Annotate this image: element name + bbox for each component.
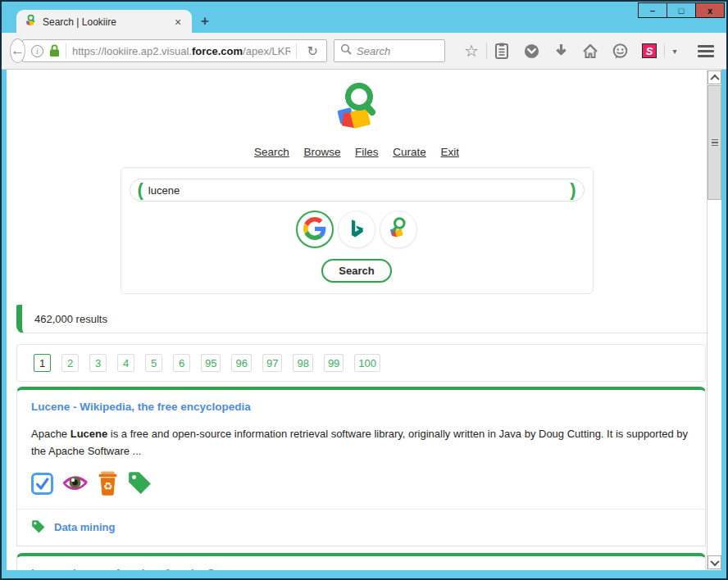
lookiire-logo-icon [328,79,385,138]
close-button[interactable]: x [695,2,725,18]
nav-link-curate[interactable]: Curate [393,146,426,158]
page-button-6[interactable]: 6 [173,354,190,372]
page-content: Search Browse Files Curate Exit ( ) [7,70,707,570]
paren-close-decoration: ) [570,181,576,199]
nav-link-search[interactable]: Search [254,146,289,158]
nav-link-browse[interactable]: Browse [303,146,340,158]
url-separator [66,43,66,58]
page-button-98[interactable]: 98 [293,354,312,372]
vertical-scrollbar[interactable] [707,70,721,570]
engine-lookiire-button[interactable] [380,211,417,248]
pocket-icon[interactable] [516,43,546,59]
chevron-down-icon[interactable]: ▾ [665,47,685,56]
bookmarks-menu-icon[interactable] [487,43,516,59]
downloads-icon[interactable] [546,43,576,59]
page-button-3[interactable]: 3 [89,354,107,372]
url-separator [296,43,297,58]
site-navigation: Search Browse Files Curate Exit [7,146,707,158]
search-panel: ( ) [121,167,594,294]
nav-link-files[interactable]: Files [355,146,379,158]
google-icon [303,217,326,242]
select-checkbox[interactable] [31,473,53,495]
page-button-99[interactable]: 99 [324,354,344,372]
card-divider [17,509,705,510]
menu-hamburger-icon[interactable] [691,43,721,60]
paren-open-decoration: ( [138,181,143,199]
bing-icon [346,218,367,242]
page-button-5[interactable]: 5 [145,354,162,372]
search-icon [340,43,352,58]
new-tab-button[interactable]: + [201,13,209,29]
browser-tab[interactable]: Search | Lookiire × [16,10,192,34]
result-actions: ♻ [31,470,691,498]
preview-eye-icon[interactable] [61,471,89,496]
browser-window: Search | Lookiire × + – □ x ← i https://… [0,0,728,580]
feedback-smiley-icon[interactable] [605,43,635,59]
nav-link-exit[interactable]: Exit [440,146,459,158]
tab-favicon-icon [24,14,37,30]
result-title-link[interactable]: Lucene Lucene Apache - Apache Core [31,567,232,570]
extension-s-icon[interactable]: S [635,43,664,58]
engine-bing-button[interactable] [338,211,375,248]
lookiire-mini-icon [386,215,411,243]
small-tag-icon [31,519,45,536]
url-text[interactable]: https://lookiire.ap2.visual.force.com/ap… [72,45,290,57]
tag-link-data-mining[interactable]: Data mining [54,521,115,533]
toolbar-icons: ☆ [457,43,721,60]
page-button-95[interactable]: 95 [201,354,221,372]
trash-recycle-icon[interactable]: ♻ [97,470,119,498]
tag-icon[interactable] [127,470,152,497]
svg-text:♻: ♻ [103,480,113,492]
query-input[interactable] [148,184,565,197]
result-tag-row: Data mining [31,519,691,536]
pagination: 1 2 3 4 5 6 95 96 97 98 99 100 [16,344,706,382]
page-button-97[interactable]: 97 [262,354,282,372]
minimize-button[interactable]: – [638,2,667,18]
result-snippet: Apache Lucene is a free and open-source … [31,425,691,460]
page-info-icon[interactable]: i [31,45,43,57]
toolbar-search-input[interactable] [357,45,439,57]
page-button-2[interactable]: 2 [61,354,79,372]
home-icon[interactable] [576,43,605,59]
tab-title: Search | Lookiire [43,16,171,28]
toolbar-search-box[interactable] [334,39,445,62]
page-button-4[interactable]: 4 [117,354,134,372]
results-count-bar: 462,000 results [16,305,707,333]
maximize-button[interactable]: □ [667,2,696,18]
lock-icon[interactable] [49,44,60,57]
result-card: Lucene Lucene Apache - Apache Core [16,553,706,570]
window-controls: – □ x [639,2,725,18]
back-button[interactable]: ← [10,39,25,63]
engine-selector [130,211,585,248]
scroll-down-button[interactable] [708,555,721,569]
reload-icon[interactable]: ↻ [303,43,323,59]
url-bar[interactable]: i https://lookiire.ap2.visual.force.com/… [22,39,327,62]
search-button[interactable]: Search [321,259,391,283]
tab-close-icon[interactable]: × [171,16,184,29]
scrollbar-thumb[interactable] [708,85,721,200]
site-logo [7,79,707,141]
scroll-up-button[interactable] [708,70,721,84]
page-button-100[interactable]: 100 [354,354,380,372]
bookmark-star-icon[interactable]: ☆ [457,43,486,59]
title-bar: Search | Lookiire × + – □ x [2,2,726,33]
query-input-wrap[interactable]: ( ) [130,179,585,202]
results-count: 462,000 results [34,313,107,325]
navigation-toolbar: ← i https://lookiire.ap2.visual.force.co… [2,33,726,70]
result-card: Lucene - Wikipedia, the free encyclopedi… [16,387,706,546]
engine-google-button[interactable] [296,211,334,248]
page-button-1[interactable]: 1 [34,354,51,372]
result-title-link[interactable]: Lucene - Wikipedia, the free encyclopedi… [31,401,251,413]
page-button-96[interactable]: 96 [231,354,251,372]
